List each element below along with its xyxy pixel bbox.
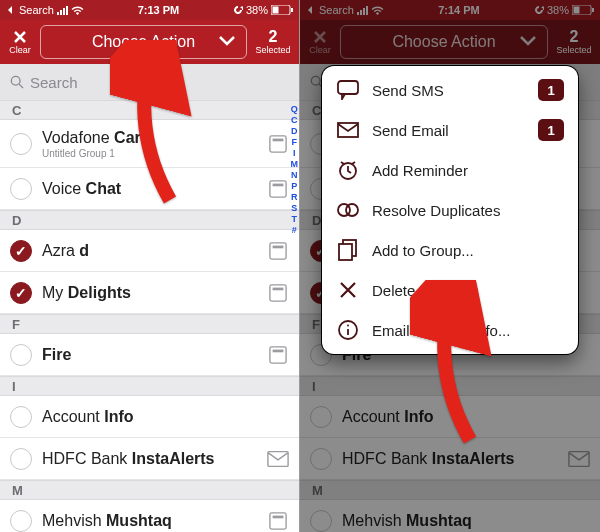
- email-icon: [336, 118, 360, 142]
- clear-button[interactable]: Clear: [6, 29, 34, 55]
- svg-point-3: [11, 76, 20, 85]
- svg-rect-13: [270, 346, 286, 362]
- svg-rect-25: [569, 451, 589, 466]
- sim-icon: [267, 284, 289, 302]
- svg-point-30: [346, 204, 358, 216]
- badge: 1: [538, 79, 564, 101]
- menu-label: Resolve Duplicates: [372, 202, 500, 219]
- checkbox[interactable]: [10, 133, 32, 155]
- index-bar[interactable]: QCDFIMNPRST#: [291, 104, 299, 236]
- choose-action-button[interactable]: Choose Action: [340, 25, 548, 59]
- contact-name: Mehvish Mushtaq: [42, 512, 267, 530]
- badge: 1: [538, 119, 564, 141]
- battery-pct: 38%: [246, 4, 268, 16]
- menu-add-reminder[interactable]: Add Reminder: [322, 150, 578, 190]
- svg-rect-11: [270, 284, 286, 300]
- clear-label: Clear: [9, 45, 31, 55]
- list-item[interactable]: Mehvish Mushtaq: [300, 500, 600, 532]
- section-header: I: [0, 376, 299, 396]
- sms-icon: [336, 78, 360, 102]
- signal-icon: [357, 6, 368, 15]
- refresh-icon: [233, 5, 243, 15]
- contact-name: HDFC Bank InstaAlerts: [42, 450, 267, 468]
- checkbox[interactable]: [10, 344, 32, 366]
- signal-icon: [57, 6, 68, 15]
- sim-icon: [267, 346, 289, 364]
- wifi-icon: [371, 5, 384, 15]
- svg-rect-8: [273, 183, 284, 186]
- list-item[interactable]: Azra d: [0, 230, 299, 272]
- refresh-icon: [534, 5, 544, 15]
- menu-send-sms[interactable]: Send SMS 1: [322, 70, 578, 110]
- search-icon: [10, 75, 24, 89]
- menu-label: Add to Group...: [372, 242, 474, 259]
- battery-pct: 38%: [547, 4, 569, 16]
- mail-icon: [568, 450, 590, 468]
- chevron-down-icon: [218, 33, 236, 51]
- svg-rect-32: [339, 244, 352, 260]
- checkbox[interactable]: [310, 406, 332, 428]
- svg-rect-7: [270, 180, 286, 196]
- svg-rect-12: [273, 287, 284, 290]
- selected-count: 2 Selected: [253, 29, 293, 55]
- svg-rect-6: [273, 138, 284, 141]
- clear-label: Clear: [309, 45, 331, 55]
- menu-label: Send Email: [372, 122, 449, 139]
- mail-icon: [267, 450, 289, 468]
- section-header: M: [300, 480, 600, 500]
- section-header: F: [0, 314, 299, 334]
- status-back[interactable]: Search: [19, 4, 54, 16]
- list-item[interactable]: Fire: [0, 334, 299, 376]
- status-time: 7:14 PM: [438, 4, 480, 16]
- selected-count: 2 Selected: [554, 29, 594, 55]
- choose-action-label: Choose Action: [392, 33, 495, 51]
- menu-label: Add Reminder: [372, 162, 468, 179]
- checkbox-checked[interactable]: [10, 282, 32, 304]
- status-bar: Search 7:14 PM 38%: [300, 0, 600, 20]
- svg-rect-16: [270, 512, 286, 528]
- status-back[interactable]: Search: [319, 4, 354, 16]
- screenshot-left: Search 7:13 PM 38% Clear Choose Action: [0, 0, 300, 532]
- battery-icon: [572, 5, 594, 15]
- status-bar: Search 7:13 PM 38%: [0, 0, 299, 20]
- menu-send-email[interactable]: Send Email 1: [322, 110, 578, 150]
- battery-icon: [271, 5, 293, 15]
- search-placeholder: Search: [30, 74, 78, 91]
- clear-button[interactable]: Clear: [306, 29, 334, 55]
- list-item[interactable]: My Delights: [0, 272, 299, 314]
- svg-rect-1: [273, 7, 279, 14]
- menu-resolve-duplicates[interactable]: Resolve Duplicates: [322, 190, 578, 230]
- delete-icon: [336, 278, 360, 302]
- checkbox[interactable]: [310, 448, 332, 470]
- menu-add-to-group[interactable]: Add to Group...: [322, 230, 578, 270]
- checkbox[interactable]: [10, 448, 32, 470]
- wifi-icon: [71, 5, 84, 15]
- reminder-icon: [336, 158, 360, 182]
- svg-rect-10: [273, 245, 284, 248]
- contact-name: Fire: [42, 346, 267, 364]
- list-item[interactable]: Mehvish Mushtaq: [0, 500, 299, 532]
- checkbox[interactable]: [10, 406, 32, 428]
- checkbox-checked[interactable]: [10, 240, 32, 262]
- svg-rect-22: [592, 8, 594, 12]
- section-header: M: [0, 480, 299, 500]
- checkbox[interactable]: [310, 510, 332, 532]
- checkbox[interactable]: [10, 510, 32, 532]
- contact-name: My Delights: [42, 284, 267, 302]
- checkbox[interactable]: [10, 178, 32, 200]
- list-item[interactable]: HDFC Bank InstaAlerts: [0, 438, 299, 480]
- annotation-arrow: [110, 40, 200, 214]
- svg-point-23: [311, 76, 320, 85]
- svg-rect-17: [273, 515, 284, 518]
- svg-rect-5: [270, 135, 286, 151]
- contact-name: Account Info: [42, 408, 289, 426]
- sim-icon: [267, 180, 289, 198]
- svg-rect-26: [338, 81, 358, 94]
- svg-rect-21: [574, 7, 580, 14]
- sim-icon: [267, 242, 289, 260]
- svg-line-4: [19, 84, 23, 88]
- toolbar: Clear Choose Action 2 Selected: [300, 20, 600, 64]
- svg-rect-15: [268, 451, 288, 466]
- list-item[interactable]: Account Info: [0, 396, 299, 438]
- contact-name: Azra d: [42, 242, 267, 260]
